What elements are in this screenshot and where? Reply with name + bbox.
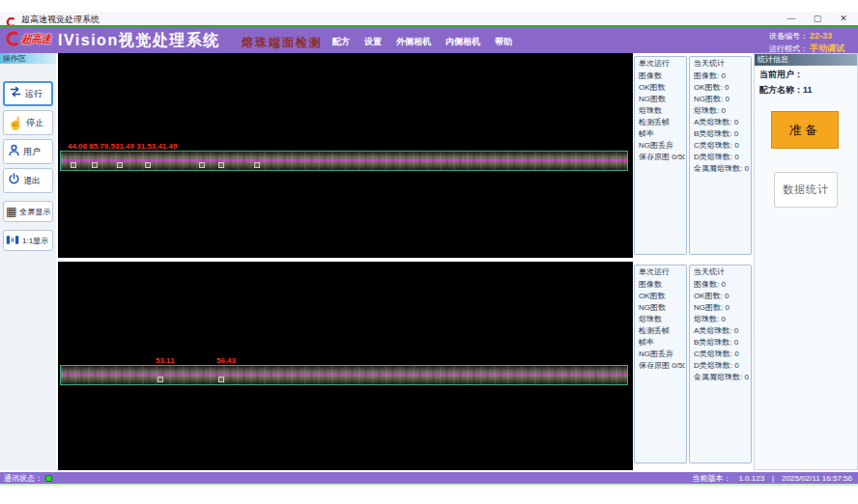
status-separator: | <box>772 474 774 483</box>
user-icon <box>8 143 20 160</box>
one-to-one-button-label: 1:1显示 <box>22 236 48 246</box>
stat-row: 帧率 <box>639 128 685 140</box>
detection-box <box>145 162 151 168</box>
info-panel: 统计信息 当前用户： 配方名称：11 准备 数据统计 <box>754 53 858 470</box>
stat-row: 保存原图 0/500 <box>639 360 685 372</box>
stat-row: A类熔珠数: 0 <box>694 117 750 128</box>
stat-row: 图像数: 0 <box>694 279 750 291</box>
stat-row: OK图数: 0 <box>694 82 750 94</box>
detection-box <box>218 162 224 168</box>
run-button-label: 运行 <box>25 88 43 100</box>
close-icon[interactable]: ✕ <box>837 14 850 23</box>
fullscreen-grid-icon: ▦ <box>6 206 16 217</box>
stop-button[interactable]: ☝ 停止 <box>3 110 53 135</box>
stat-row: 熔珠数: 0 <box>694 105 750 117</box>
stat-row: D类熔珠数: 0 <box>694 360 750 372</box>
device-id-value: 22-33 <box>810 31 832 41</box>
stat-row: NG图丢弃 <box>639 349 685 360</box>
today-stats-groupbox: 当天统计 图像数: 0 OK图数: 0 NG图数: 0 熔珠数: 0 A类熔珠数… <box>689 56 752 255</box>
stat-row: B类熔珠数: 0 <box>694 128 750 140</box>
stat-row: OK图数: 0 <box>694 291 750 302</box>
run-mode-label: 运行模式： <box>769 44 808 53</box>
status-bar: 通讯状态： 当前版本： 1.0.123 | 2025/02/11 16:57:5… <box>0 472 858 484</box>
camera-feed-1: 44.08 85.79,531.49 31.53,41.49 <box>58 53 633 258</box>
brand-logo-text: 超高速 <box>21 32 50 46</box>
detection-box <box>218 377 224 382</box>
page-subtitle: 熔珠端面检测 <box>242 35 323 51</box>
one-to-one-icon <box>6 232 19 249</box>
recipe-name-label: 配方名称： <box>759 85 803 95</box>
stat-row: D类熔珠数: 0 <box>694 152 750 163</box>
stat-row: C类熔珠数: 0 <box>694 349 750 360</box>
data-statistics-button[interactable]: 数据统计 <box>774 172 838 208</box>
stat-row: B类熔珠数: 0 <box>694 337 750 349</box>
power-icon <box>8 172 20 189</box>
menu-item-outer-camera[interactable]: 外侧相机 <box>396 36 431 48</box>
camera-feed-2: 53.11 56.43 <box>58 262 633 470</box>
stat-row: OK图数 <box>639 291 685 302</box>
brand-swirl-icon <box>5 31 20 46</box>
stats-panel-camera2: 单次运行 图像数 OK图数 NG图数 熔珠数 检测丢帧 帧率 NG图丢弃 保存原… <box>633 262 754 470</box>
stat-row: NG图数: 0 <box>694 94 750 105</box>
single-run-title: 单次运行 <box>638 58 671 69</box>
stat-row: 检测丢帧 <box>639 117 685 128</box>
stat-row: 图像数 <box>639 70 685 82</box>
stat-row: 熔珠数 <box>639 105 685 117</box>
camera1-seam-strip <box>60 151 628 171</box>
stat-row: NG图丢弃 <box>639 140 685 152</box>
today-stats-title: 当天统计 <box>693 58 726 69</box>
detection-box <box>199 162 205 168</box>
one-to-one-button[interactable]: 1:1显示 <box>3 230 53 251</box>
camera1-measurement-annotation: 44.08 85.79,531.49 31.53,41.49 <box>68 142 177 151</box>
menu-item-inner-camera[interactable]: 内侧相机 <box>445 36 480 48</box>
detection-box <box>92 162 98 168</box>
stat-row: 金属屑熔珠数: 0 <box>694 372 750 383</box>
detection-box <box>157 377 163 382</box>
page-title: IVision视觉处理系统 <box>58 31 220 51</box>
sidebar-title: 操作区 <box>0 53 56 64</box>
app-header: 超高速 IVision视觉处理系统 熔珠端面检测 配方 设置 外侧相机 内侧相机… <box>0 25 858 53</box>
menu-item-settings[interactable]: 设置 <box>364 36 382 48</box>
camera-area: 44.08 85.79,531.49 31.53,41.49 53.11 56.… <box>58 53 633 470</box>
version-label: 当前版本： <box>692 473 730 484</box>
minimize-icon[interactable]: — <box>785 14 798 23</box>
menu-item-recipe[interactable]: 配方 <box>332 36 350 48</box>
version-value: 1.0.123 <box>738 474 764 483</box>
fullscreen-button-label: 全屏显示 <box>19 207 50 217</box>
stat-row: 图像数: 0 <box>694 70 750 82</box>
device-info: 设备编号：22-33 运行模式：手动调试 <box>769 30 844 55</box>
window-titlebar: 超高速视觉处理系统 — ▢ ✕ <box>0 12 858 25</box>
operation-sidebar: 操作区 运行 ☝ 停止 用户 退出 ▦ 全屏显示 <box>0 53 56 470</box>
user-button[interactable]: 用户 <box>3 139 53 164</box>
user-button-label: 用户 <box>23 146 41 158</box>
stats-panel-camera1: 单次运行 图像数 OK图数 NG图数 熔珠数 检测丢帧 帧率 NG图丢弃 保存原… <box>633 53 754 259</box>
stat-row: 熔珠数: 0 <box>694 314 750 325</box>
fullscreen-button[interactable]: ▦ 全屏显示 <box>3 201 53 222</box>
maximize-icon[interactable]: ▢ <box>811 14 824 23</box>
detection-box <box>254 162 260 168</box>
single-run-groupbox: 单次运行 图像数 OK图数 NG图数 熔珠数 检测丢帧 帧率 NG图丢弃 保存原… <box>634 56 687 255</box>
today-stats-title: 当天统计 <box>693 266 726 277</box>
info-panel-title: 统计信息 <box>755 54 857 66</box>
run-button[interactable]: 运行 <box>3 81 53 106</box>
stat-row: 图像数 <box>639 279 685 291</box>
prepare-button[interactable]: 准备 <box>771 111 839 149</box>
current-user-label: 当前用户： <box>759 70 803 79</box>
brand-logo: 超高速 <box>5 31 50 46</box>
stat-row: C类熔珠数: 0 <box>694 140 750 152</box>
camera2-seam-centerline <box>61 374 627 376</box>
app-window: 超高速视觉处理系统 — ▢ ✕ 超高速 IVision视觉处理系统 熔珠端面检测… <box>0 0 858 504</box>
camera2-measurement-label: 56.43 <box>216 356 236 365</box>
stop-button-label: 停止 <box>26 117 43 129</box>
status-accent-line <box>0 484 858 486</box>
comm-status-label: 通讯状态： <box>4 473 43 484</box>
stat-row: A类熔珠数: 0 <box>694 325 750 337</box>
stat-row: OK图数 <box>639 82 685 94</box>
exit-button[interactable]: 退出 <box>3 168 53 193</box>
exit-button-label: 退出 <box>23 175 41 187</box>
stat-row: 熔珠数 <box>639 314 685 325</box>
menu-item-help[interactable]: 帮助 <box>495 36 512 48</box>
main-menu: 配方 设置 外侧相机 内侧相机 帮助 <box>332 36 512 48</box>
status-datetime: 2025/02/11 16:57:56 <box>782 474 852 483</box>
camera1-seam-centerline <box>61 159 627 161</box>
